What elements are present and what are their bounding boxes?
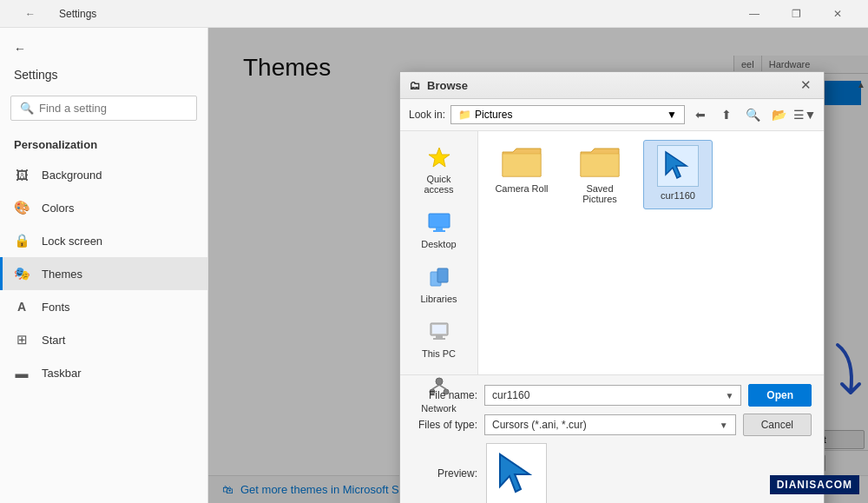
- dialog-toolbar: Look in: 📁 Pictures ▼ ⬅ ⬆ 🔍 📂 ☰▼: [400, 99, 824, 131]
- filetype-dropdown-icon[interactable]: ▼: [720, 420, 728, 430]
- nav-item-label: Desktop: [421, 239, 456, 249]
- sidebar-item-label: Start: [42, 334, 65, 347]
- svg-rect-13: [433, 338, 445, 340]
- sidebar-back-button[interactable]: ←: [0, 36, 207, 61]
- cur1160-preview-icon: [662, 150, 694, 182]
- dialog-filegrid: Camera Roll Saved Pictures: [478, 131, 824, 374]
- view-toggle-icon[interactable]: ☰▼: [794, 104, 815, 125]
- new-folder-icon[interactable]: 📂: [768, 104, 789, 125]
- nav-back-icon[interactable]: ⬅: [690, 104, 711, 125]
- nav-item-this-pc[interactable]: This PC: [404, 313, 474, 364]
- search-icon: 🔍: [20, 102, 34, 115]
- this-pc-icon: [425, 318, 453, 346]
- svg-marker-20: [500, 454, 529, 492]
- dialog-folder-icon: 🗂: [409, 79, 420, 92]
- file-item-label: Saved Pictures: [570, 183, 629, 204]
- search-input[interactable]: [39, 102, 187, 115]
- file-item-label: Camera Roll: [495, 183, 548, 194]
- dropdown-arrow-icon: ▼: [667, 109, 677, 121]
- sidebar-item-label: Colors: [42, 202, 75, 215]
- dialog-body: Quick access Desktop: [400, 131, 824, 374]
- taskbar-icon: ▬: [14, 365, 30, 381]
- preview-label: Preview:: [412, 467, 477, 480]
- sidebar-item-label: Taskbar: [42, 367, 82, 380]
- preview-cursor-icon: [495, 452, 538, 495]
- dialog-leftnav: Quick access Desktop: [400, 131, 478, 374]
- nav-up-icon[interactable]: ⬆: [716, 104, 737, 125]
- sidebar-item-fonts[interactable]: A Fonts: [0, 290, 207, 323]
- filetype-input[interactable]: Cursors (*.ani, *.cur) ▼: [484, 414, 736, 435]
- fonts-icon: A: [14, 299, 30, 314]
- sidebar-item-background[interactable]: 🖼 Background: [0, 158, 207, 191]
- minimize-button[interactable]: —: [734, 0, 774, 28]
- sidebar-item-colors[interactable]: 🎨 Colors: [0, 191, 207, 224]
- search-box[interactable]: 🔍: [10, 96, 197, 121]
- sidebar-item-label: Themes: [42, 268, 82, 281]
- sidebar-section-title: Personalization: [0, 133, 207, 158]
- maximize-button[interactable]: ❐: [776, 0, 816, 28]
- filename-value: cur1160: [492, 389, 529, 401]
- themes-icon: 🎭: [14, 266, 30, 281]
- back-button[interactable]: ←: [10, 0, 50, 28]
- sidebar: ← Settings 🔍 Personalization 🖼 Backgroun…: [0, 28, 208, 503]
- open-button[interactable]: Open: [748, 384, 812, 407]
- nav-item-desktop[interactable]: Desktop: [404, 203, 474, 255]
- nav-item-label: Network: [421, 403, 456, 414]
- desktop-icon: [425, 208, 453, 236]
- nav-item-label: This PC: [422, 348, 456, 359]
- titlebar-title: Settings: [59, 8, 96, 20]
- preview-box: [486, 443, 547, 503]
- nav-item-libraries[interactable]: Libraries: [404, 258, 474, 309]
- sidebar-item-label: Fonts: [42, 301, 70, 314]
- libraries-icon: [425, 263, 453, 291]
- svg-rect-11: [432, 325, 446, 334]
- sidebar-app-title: Settings: [0, 61, 207, 90]
- dialog-titlebar: 🗂 Browse ✕: [400, 72, 824, 99]
- close-button[interactable]: ✕: [818, 0, 858, 28]
- svg-rect-9: [437, 268, 448, 282]
- dialog-title-left: 🗂 Browse: [409, 79, 468, 92]
- folder-icon-saved-pictures: [579, 145, 621, 180]
- svg-rect-6: [436, 228, 443, 230]
- cancel-button[interactable]: Cancel: [743, 414, 812, 436]
- sidebar-item-themes[interactable]: 🎭 Themes: [0, 257, 207, 290]
- folder-icon-camera-roll: [501, 145, 542, 180]
- look-in-label: Look in:: [409, 109, 445, 121]
- look-in-value: 📁 Pictures: [458, 109, 512, 121]
- sidebar-item-lock-screen[interactable]: 🔒 Lock screen: [0, 224, 207, 257]
- filename-label: File name:: [412, 389, 477, 401]
- filename-dropdown-icon[interactable]: ▼: [725, 391, 733, 400]
- colors-icon: 🎨: [14, 200, 30, 215]
- look-in-dropdown[interactable]: 📁 Pictures ▼: [450, 105, 685, 124]
- file-item-cur1160[interactable]: cur1160: [643, 140, 713, 209]
- svg-rect-12: [436, 335, 443, 338]
- quick-access-icon: [425, 143, 453, 171]
- back-arrow-icon: ←: [14, 42, 26, 56]
- browse-dialog: 🗂 Browse ✕ Look in: 📁 Pictures ▼ ⬅ ⬆ 🔍: [399, 71, 825, 503]
- sidebar-item-taskbar[interactable]: ▬ Taskbar: [0, 356, 207, 389]
- sidebar-item-start[interactable]: ⊞ Start: [0, 323, 207, 356]
- cursor-file-icon: [657, 145, 699, 187]
- preview-row: Preview:: [412, 443, 812, 503]
- file-item-camera-roll[interactable]: Camera Roll: [487, 140, 556, 209]
- titlebar-controls: — ❐ ✕: [734, 0, 858, 28]
- svg-marker-4: [429, 148, 450, 167]
- sidebar-item-label: Lock screen: [42, 235, 102, 248]
- lock-icon: 🔒: [14, 233, 30, 248]
- nav-item-label: Libraries: [420, 294, 457, 304]
- filetype-value: Cursors (*.ani, *.cur): [492, 419, 587, 431]
- svg-rect-5: [429, 214, 450, 228]
- svg-marker-19: [666, 152, 687, 178]
- dialog-close-button[interactable]: ✕: [797, 77, 815, 93]
- filename-input[interactable]: cur1160 ▼: [484, 385, 741, 406]
- app-body: ← Settings 🔍 Personalization 🖼 Backgroun…: [0, 28, 868, 503]
- titlebar-left: ← Settings: [10, 0, 96, 28]
- nav-item-quick-access[interactable]: Quick access: [404, 138, 474, 200]
- sidebar-item-label: Background: [42, 169, 102, 182]
- filetype-label: Files of type:: [412, 419, 477, 431]
- dialog-bottom: File name: cur1160 ▼ Open Files of type:…: [400, 374, 824, 503]
- dialog-title-text: Browse: [427, 79, 468, 92]
- nav-item-label: Quick access: [411, 174, 467, 195]
- search-folder-icon[interactable]: 🔍: [742, 104, 763, 125]
- file-item-saved-pictures[interactable]: Saved Pictures: [565, 140, 635, 209]
